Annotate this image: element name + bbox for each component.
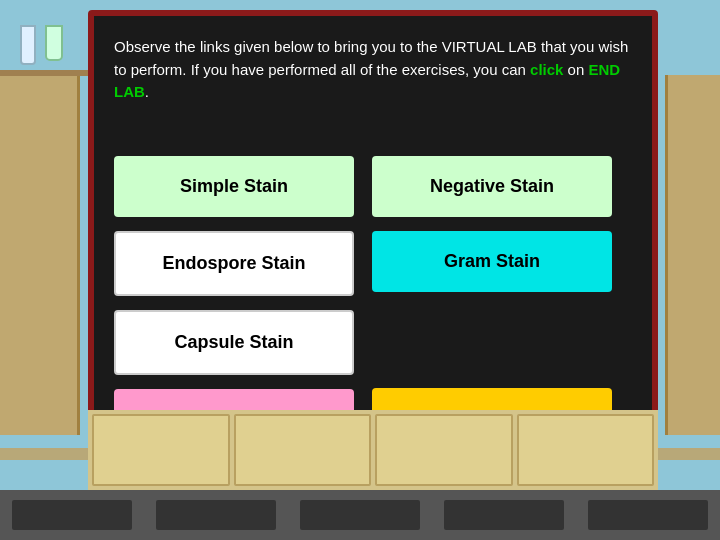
flask-left-1	[20, 25, 36, 65]
instruction-click-word: click	[530, 61, 563, 78]
instruction-text-after: .	[145, 83, 149, 100]
blackboard: Observe the links given below to bring y…	[88, 10, 658, 470]
bottom-cabinet-row	[88, 410, 658, 490]
bottom-block-3	[300, 500, 420, 530]
endospore-stain-button[interactable]: Endospore Stain	[114, 231, 354, 296]
bottom-block-2	[156, 500, 276, 530]
empty-spacer	[372, 306, 612, 364]
bottom-block-5	[588, 500, 708, 530]
instruction-text-middle: on	[563, 61, 588, 78]
simple-stain-button[interactable]: Simple Stain	[114, 156, 354, 217]
cabinet-panel-1	[92, 414, 230, 486]
button-column-right: Negative Stain Gram Stain End Lab	[372, 156, 612, 449]
cabinet-panel-3	[375, 414, 513, 486]
side-cabinet-right	[665, 75, 720, 435]
gram-stain-button[interactable]: Gram Stain	[372, 231, 612, 292]
cabinet-panel-2	[234, 414, 372, 486]
negative-stain-button[interactable]: Negative Stain	[372, 156, 612, 217]
flask-left-2	[45, 25, 63, 61]
bottom-block-4	[444, 500, 564, 530]
side-cabinet-left	[0, 75, 80, 435]
bottom-bar	[0, 490, 720, 540]
instruction-area: Observe the links given below to bring y…	[114, 36, 644, 104]
cabinet-panel-4	[517, 414, 655, 486]
capsule-stain-button[interactable]: Capsule Stain	[114, 310, 354, 375]
lab-background: Observe the links given below to bring y…	[0, 0, 720, 540]
shelf-line-1	[0, 70, 88, 76]
button-column-left: Simple Stain Endospore Stain Capsule Sta…	[114, 156, 354, 450]
bottom-block-1	[12, 500, 132, 530]
